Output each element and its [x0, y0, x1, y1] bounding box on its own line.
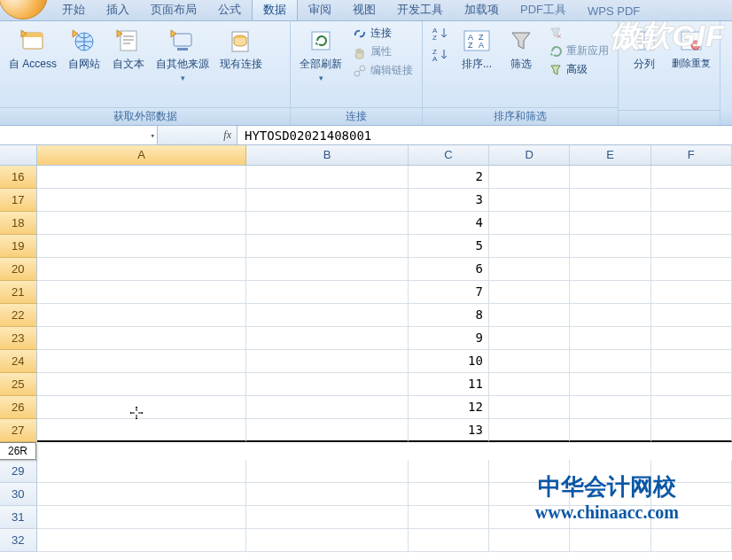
- cell-C30[interactable]: [409, 483, 489, 506]
- cell-E27[interactable]: [570, 419, 650, 442]
- cell-F29[interactable]: [651, 460, 732, 483]
- row-header-21[interactable]: 21: [0, 281, 37, 304]
- cell-F23[interactable]: [651, 327, 732, 350]
- cell-B22[interactable]: [246, 304, 409, 327]
- col-header-E[interactable]: E: [570, 145, 650, 165]
- reapply-button[interactable]: 重新应用: [545, 43, 612, 59]
- filter-button[interactable]: 筛选: [501, 25, 541, 74]
- cell-B19[interactable]: [246, 235, 409, 258]
- cell-C17[interactable]: 3: [409, 189, 489, 212]
- col-header-D[interactable]: D: [489, 145, 570, 165]
- row-header-32[interactable]: 32: [0, 529, 37, 552]
- tab-2[interactable]: 页面布局: [140, 0, 207, 20]
- fx-button[interactable]: fx: [158, 126, 238, 144]
- cell-D24[interactable]: [489, 350, 570, 373]
- row-header-29[interactable]: 29: [0, 460, 37, 483]
- cell-E19[interactable]: [570, 235, 650, 258]
- cell-C21[interactable]: 7: [409, 281, 489, 304]
- cell-D30[interactable]: [489, 483, 570, 506]
- row-header-17[interactable]: 17: [0, 189, 37, 212]
- row-header-26[interactable]: 26: [0, 396, 37, 419]
- from-other-button[interactable]: 自其他来源: [152, 25, 213, 84]
- clear-filter-button[interactable]: clr: [545, 25, 612, 41]
- properties-button[interactable]: 属性: [349, 43, 417, 60]
- cell-E31[interactable]: [570, 506, 650, 529]
- cell-C27[interactable]: 13: [409, 419, 489, 442]
- from-web-button[interactable]: 自网站: [64, 25, 105, 74]
- tab-3[interactable]: 公式: [207, 0, 252, 20]
- row-header-31[interactable]: 31: [0, 506, 37, 529]
- cell-A32[interactable]: [37, 529, 246, 552]
- cell-C29[interactable]: [409, 460, 489, 483]
- sort-button[interactable]: AZZA 排序...: [456, 25, 497, 74]
- cell-A21[interactable]: [37, 281, 246, 304]
- cell-D23[interactable]: [489, 327, 570, 350]
- sort-za-button[interactable]: ZA: [428, 46, 453, 64]
- cell-F26[interactable]: [651, 396, 732, 419]
- cell-D22[interactable]: [489, 304, 570, 327]
- cell-E16[interactable]: [570, 166, 650, 189]
- edit-links-button[interactable]: 编辑链接: [349, 62, 417, 79]
- cell-B21[interactable]: [246, 281, 409, 304]
- cell-F20[interactable]: [651, 258, 732, 281]
- cell-F21[interactable]: [651, 281, 732, 304]
- cell-A29[interactable]: [37, 460, 246, 483]
- cell-F30[interactable]: [651, 483, 732, 506]
- sort-az-button[interactable]: AZ: [428, 25, 453, 43]
- row-header-24[interactable]: 24: [0, 350, 37, 373]
- cell-F18[interactable]: [651, 212, 732, 235]
- cell-D18[interactable]: [489, 212, 570, 235]
- from-text-button[interactable]: 自文本: [108, 25, 149, 74]
- connections-button[interactable]: 连接: [349, 25, 417, 42]
- cell-A26[interactable]: [37, 396, 246, 419]
- cell-D31[interactable]: [489, 506, 570, 529]
- cell-A22[interactable]: [37, 304, 246, 327]
- cell-D16[interactable]: [489, 166, 570, 189]
- tab-9[interactable]: PDF工具: [510, 0, 577, 20]
- cell-A31[interactable]: [37, 506, 246, 529]
- row-header-16[interactable]: 16: [0, 166, 37, 189]
- cell-A16[interactable]: [37, 166, 246, 189]
- cell-A19[interactable]: [37, 235, 246, 258]
- cell-C31[interactable]: [409, 506, 489, 529]
- cell-E24[interactable]: [570, 350, 650, 373]
- cell-F24[interactable]: [651, 350, 732, 373]
- cell-C24[interactable]: 10: [409, 350, 489, 373]
- cell-B20[interactable]: [246, 258, 409, 281]
- cell-D32[interactable]: [489, 529, 570, 552]
- refresh-all-button[interactable]: 全部刷新: [296, 25, 346, 84]
- cell-E26[interactable]: [570, 396, 650, 419]
- cell-B26[interactable]: [246, 396, 409, 419]
- cell-D17[interactable]: [489, 189, 570, 212]
- existing-conn-button[interactable]: 现有连接: [216, 25, 266, 74]
- cell-D27[interactable]: [489, 419, 570, 442]
- cell-C19[interactable]: 5: [409, 235, 489, 258]
- cell-E21[interactable]: [570, 281, 650, 304]
- cell-B24[interactable]: [246, 350, 409, 373]
- cell-A30[interactable]: [37, 483, 246, 506]
- cell-D26[interactable]: [489, 396, 570, 419]
- cell-F25[interactable]: [651, 373, 732, 396]
- col-header-F[interactable]: F: [651, 145, 732, 165]
- cell-C20[interactable]: 6: [409, 258, 489, 281]
- row-header-23[interactable]: 23: [0, 327, 37, 350]
- cell-E30[interactable]: [570, 483, 650, 506]
- cell-F16[interactable]: [651, 166, 732, 189]
- tab-10[interactable]: WPS PDF: [577, 2, 650, 20]
- cell-F32[interactable]: [651, 529, 732, 552]
- cell-E18[interactable]: [570, 212, 650, 235]
- text-to-columns-button[interactable]: 分列: [624, 25, 665, 74]
- row-header-19[interactable]: 19: [0, 235, 37, 258]
- cell-B29[interactable]: [246, 460, 409, 483]
- row-header-edit[interactable]: 26R: [0, 442, 36, 460]
- cell-D29[interactable]: [489, 460, 570, 483]
- cell-C25[interactable]: 11: [409, 373, 489, 396]
- advanced-button[interactable]: 高级: [545, 61, 612, 78]
- cell-B30[interactable]: [246, 483, 409, 506]
- cell-C18[interactable]: 4: [409, 212, 489, 235]
- select-all-corner[interactable]: [0, 145, 37, 166]
- formula-input[interactable]: [238, 126, 732, 144]
- cell-A23[interactable]: [37, 327, 246, 350]
- cell-D25[interactable]: [489, 373, 570, 396]
- cell-E32[interactable]: [570, 529, 650, 552]
